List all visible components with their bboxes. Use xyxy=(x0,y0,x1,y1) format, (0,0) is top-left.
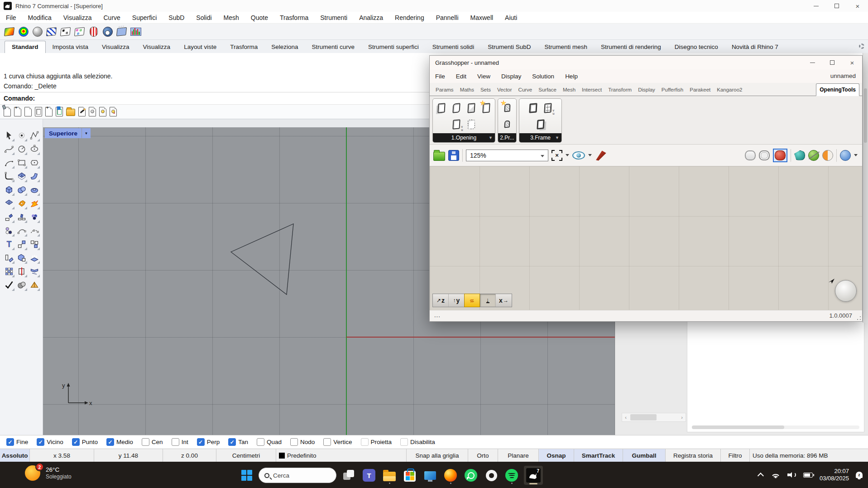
checkbox-icon[interactable] xyxy=(257,438,264,446)
checkbox-icon[interactable] xyxy=(142,438,149,446)
open-file-icon[interactable] xyxy=(433,150,445,161)
osnap-punto[interactable]: ✓Punto xyxy=(72,438,98,446)
menu-modifica[interactable]: Modifica xyxy=(22,12,58,24)
status-planare[interactable]: Planare xyxy=(498,449,539,462)
status-snap-griglia[interactable]: Snap alla griglia xyxy=(407,449,468,462)
notification-bell-icon[interactable]: z xyxy=(856,472,863,478)
gh-tab-surface[interactable]: Surface xyxy=(535,84,560,96)
align-z-icon[interactable]: ↗z xyxy=(433,294,449,307)
chevron-down-icon[interactable]: ▼ xyxy=(489,135,493,140)
chevron-down-icon[interactable] xyxy=(566,154,569,156)
close-button[interactable]: × xyxy=(847,0,868,12)
menu-rendering[interactable]: Rendering xyxy=(389,12,430,24)
tool-extend-curve-icon[interactable] xyxy=(29,224,40,237)
open-folder-icon[interactable] xyxy=(66,107,75,116)
osnap-vertice[interactable]: Vertice xyxy=(323,438,352,446)
tool-distribute-icon[interactable] xyxy=(16,265,28,278)
frame-double-component-icon[interactable] xyxy=(533,116,548,132)
color-bulb-document-icon[interactable] xyxy=(110,107,117,116)
layout-document-icon[interactable]: ▤ xyxy=(56,107,63,116)
menu-aiuti[interactable]: Aiuti xyxy=(499,12,523,24)
tool-shade-icon[interactable] xyxy=(16,279,28,291)
spray-document-icon[interactable] xyxy=(4,107,11,116)
scroll-right-icon[interactable]: › xyxy=(678,415,686,420)
rainbow-sphere-icon[interactable] xyxy=(18,26,29,37)
minimize-button[interactable] xyxy=(806,0,826,12)
tool-select-icon[interactable] xyxy=(3,129,15,142)
draft-angle-icon[interactable] xyxy=(116,26,127,37)
gray-sphere-icon[interactable] xyxy=(32,26,43,37)
bulb-document-icon[interactable] xyxy=(89,107,96,116)
checkbox-icon[interactable] xyxy=(323,438,331,446)
menu-solidi[interactable]: Solidi xyxy=(190,12,217,24)
grasshopper-titlebar[interactable]: Grasshopper - unnamed × xyxy=(430,56,862,69)
task-view-button[interactable] xyxy=(340,466,357,484)
file-explorer-button[interactable] xyxy=(381,466,398,484)
gh-menu-solution[interactable]: Solution xyxy=(527,73,560,80)
resize-grip-icon[interactable] xyxy=(857,316,861,320)
tab-trasforma[interactable]: Trasforma xyxy=(223,41,264,53)
tool-polygon-icon[interactable] xyxy=(29,156,40,169)
shaded-preview-icon[interactable] xyxy=(775,150,786,160)
pr-component-icon[interactable] xyxy=(500,116,515,132)
gh-minimize-button[interactable] xyxy=(802,56,822,69)
osnap-nodo[interactable]: Nodo xyxy=(290,438,315,446)
checkbox-checked-icon[interactable]: ✓ xyxy=(6,438,14,446)
tab-disegno-tecnico[interactable]: Disegno tecnico xyxy=(668,41,725,53)
gh-group-label[interactable]: 2.Pr... xyxy=(498,133,516,142)
tab-strumenti-subd[interactable]: Strumenti SubD xyxy=(481,41,537,53)
gh-menu-help[interactable]: Help xyxy=(560,73,583,80)
chevron-down-icon[interactable]: ▼ xyxy=(555,135,559,140)
gradient-swatch-icon[interactable] xyxy=(4,26,15,37)
osnap-fine[interactable]: ✓Fine xyxy=(6,438,28,446)
tool-rectangle-icon[interactable] xyxy=(16,156,28,169)
tool-arc-icon[interactable] xyxy=(3,156,15,169)
ghosted-preview-icon[interactable] xyxy=(759,150,770,160)
taskbar-clock[interactable]: 20:07 03/08/2025 xyxy=(820,468,849,482)
tool-check-select-icon[interactable] xyxy=(3,279,15,291)
histogram-icon[interactable] xyxy=(130,26,141,37)
tool-point-icon[interactable] xyxy=(16,129,28,142)
menu-subd[interactable]: SubD xyxy=(163,12,190,24)
sketch-pen-icon[interactable] xyxy=(595,150,607,161)
gh-tab-intersect[interactable]: Intersect xyxy=(579,84,605,96)
environment-map-icon[interactable] xyxy=(74,26,85,37)
gear-icon[interactable] xyxy=(859,43,864,49)
blue-sphere-icon[interactable] xyxy=(840,150,851,161)
tool-torus-icon[interactable] xyxy=(29,184,40,196)
tab-strumenti-solidi[interactable]: Strumenti solidi xyxy=(426,41,481,53)
menu-quote[interactable]: Quote xyxy=(245,12,274,24)
gh-group-label[interactable]: 3.Frame▼ xyxy=(519,133,561,142)
gh-zoom-combobox[interactable]: 125% xyxy=(466,150,548,161)
preview-eye-icon[interactable] xyxy=(572,151,585,159)
status-layer[interactable]: Predefinito xyxy=(276,449,407,462)
gh-tab-curve[interactable]: Curve xyxy=(515,84,536,96)
checkbox-checked-icon[interactable]: ✓ xyxy=(72,438,80,446)
align-y-icon[interactable]: ↑y xyxy=(449,294,465,307)
tab-strumenti-curve[interactable]: Strumenti curve xyxy=(305,41,362,53)
tool-move-icon[interactable] xyxy=(16,238,28,251)
gh-group-label[interactable]: 1.Opening▼ xyxy=(433,133,495,142)
osnap-quad[interactable]: Quad xyxy=(257,438,282,446)
status-osnap[interactable]: Osnap xyxy=(539,449,574,462)
viewport-title-label[interactable]: Superiore xyxy=(45,128,82,138)
gh-tab-parakeet[interactable]: Parakeet xyxy=(686,84,714,96)
opening-folded-component-icon[interactable] xyxy=(464,100,479,116)
tool-polyline-icon[interactable] xyxy=(29,129,40,142)
gh-tab-kangaroo2[interactable]: Kangaroo2 xyxy=(714,84,745,96)
spot-map-icon[interactable] xyxy=(60,26,71,37)
gh-menu-edit[interactable]: Edit xyxy=(451,73,472,80)
chevron-down-icon[interactable] xyxy=(588,154,592,156)
gh-canvas[interactable]: ↗z ↑y ≈ ↓ x→ xyxy=(430,166,862,310)
battery-icon[interactable] xyxy=(803,473,813,478)
menu-pannelli[interactable]: Pannelli xyxy=(430,12,465,24)
microsoft-store-button[interactable] xyxy=(402,466,418,484)
panel-hscrollbar[interactable] xyxy=(692,425,859,429)
gh-menu-display[interactable]: Display xyxy=(496,73,527,80)
checkbox-icon[interactable] xyxy=(290,438,298,446)
sketch-icon[interactable]: ≈ xyxy=(464,294,480,307)
tab-novita-rhino7[interactable]: Novità di Rhino 7 xyxy=(725,41,785,53)
tool-twist-icon[interactable] xyxy=(29,265,40,278)
tab-layout-viste[interactable]: Layout viste xyxy=(177,41,223,53)
wireframe-preview-icon[interactable] xyxy=(745,150,756,160)
